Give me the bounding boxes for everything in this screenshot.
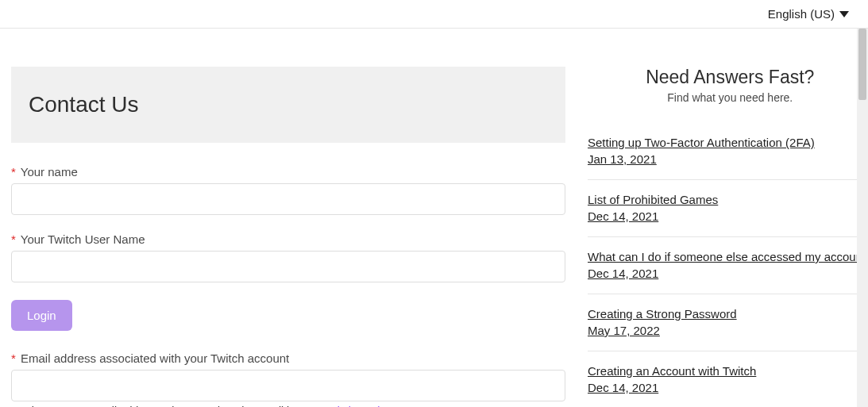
- twitch-user-field-group: * Your Twitch User Name: [11, 232, 565, 282]
- login-button[interactable]: Login: [11, 300, 72, 331]
- sidebar-subtitle: Find what you need here.: [588, 91, 868, 104]
- page-title: Contact Us: [29, 92, 548, 117]
- article-item: List of Prohibited Games Dec 14, 2021: [588, 180, 868, 237]
- article-date: Dec 14, 2021: [588, 381, 658, 394]
- scrollbar-track[interactable]: [857, 29, 868, 407]
- twitch-user-label: * Your Twitch User Name: [11, 232, 565, 246]
- article-item: Creating an Account with Twitch Dec 14, …: [588, 351, 868, 407]
- email-field-group: * Email address associated with your Twi…: [11, 351, 565, 407]
- contact-header: Contact Us: [11, 67, 565, 143]
- language-label: English (US): [768, 7, 835, 21]
- article-link[interactable]: Creating a Strong Password: [588, 307, 868, 321]
- article-link[interactable]: List of Prohibited Games: [588, 193, 868, 206]
- caret-down-icon: [839, 11, 849, 17]
- name-field-group: * Your name: [11, 165, 565, 215]
- article-date: Jan 13, 2021: [588, 152, 657, 166]
- name-label: * Your name: [11, 165, 565, 179]
- email-label: * Email address associated with your Twi…: [11, 351, 565, 365]
- email-input[interactable]: [11, 370, 565, 401]
- top-bar: English (US): [0, 0, 868, 29]
- article-item: Setting up Two-Factor Authentication (2F…: [588, 123, 868, 180]
- article-date: Dec 14, 2021: [588, 209, 658, 223]
- language-selector[interactable]: English (US): [768, 7, 849, 21]
- sidebar-title: Need Answers Fast?: [588, 67, 868, 88]
- article-date: Dec 14, 2021: [588, 267, 658, 280]
- scrollbar-thumb[interactable]: [858, 29, 866, 100]
- sidebar-column: Need Answers Fast? Find what you need he…: [588, 67, 868, 407]
- article-item: What can I do if someone else accessed m…: [588, 237, 868, 294]
- article-item: Creating a Strong Password May 17, 2022: [588, 294, 868, 351]
- article-link[interactable]: Creating an Account with Twitch: [588, 364, 868, 378]
- name-input[interactable]: [11, 183, 565, 215]
- twitch-user-input[interactable]: [11, 251, 565, 282]
- article-date: May 17, 2022: [588, 324, 660, 337]
- contact-form-column: Contact Us * Your name * Your Twitch Use…: [11, 67, 565, 407]
- article-link[interactable]: Setting up Two-Factor Authentication (2F…: [588, 136, 868, 149]
- article-link[interactable]: What can I do if someone else accessed m…: [588, 250, 868, 263]
